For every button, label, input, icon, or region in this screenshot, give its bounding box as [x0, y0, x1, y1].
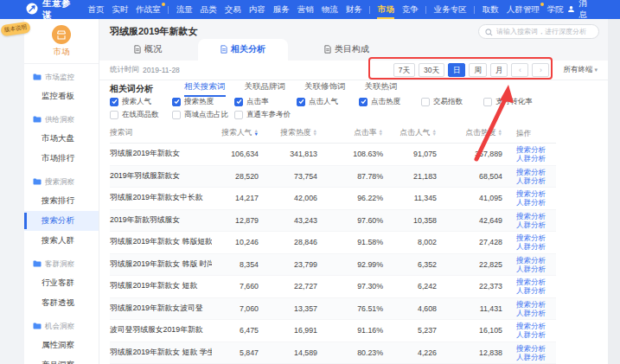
range-button-7d[interactable]: 7天	[393, 63, 415, 77]
nav-item-business-zone[interactable]: 业务专区	[430, 0, 470, 19]
analysis-tab-related-modifier-words[interactable]: 关联修饰词	[304, 81, 346, 97]
folder-icon	[33, 178, 42, 187]
range-button-month[interactable]: 月	[490, 63, 508, 77]
scrollbar-track[interactable]	[608, 19, 620, 364]
tab-overview[interactable]: 概况	[122, 39, 174, 61]
crowd-analysis-link[interactable]: 人群分析	[516, 242, 556, 251]
crowd-analysis-link[interactable]: 人群分析	[516, 330, 556, 339]
metric-checkbox-ztc-ref-price[interactable]: 直通车参考价	[234, 110, 297, 120]
crowd-analysis-link[interactable]: 人群分析	[516, 220, 556, 229]
sidebar-section-header-supply-insight[interactable]: 供给洞察	[24, 112, 99, 129]
crowd-analysis-link[interactable]: 人群分析	[516, 198, 556, 207]
column-header-click-heat[interactable]: 点击热度▲▼	[437, 128, 502, 138]
market-module-icon	[52, 25, 71, 44]
value-cell-search-heat: 73,754	[259, 172, 317, 181]
metric-checkbox-click-popularity[interactable]: 点击人气	[297, 97, 359, 107]
sidebar-section-header-search-insight[interactable]: 搜索洞察	[24, 174, 99, 191]
range-button-30d[interactable]: 30天	[419, 63, 444, 77]
column-header-click-popularity[interactable]: 点击人气▲▼	[383, 128, 437, 138]
sidebar-section-header-market-monitor[interactable]: 市场监控	[24, 69, 99, 86]
search-analysis-link[interactable]: 搜索分析	[516, 344, 556, 353]
nav-item-label: 流量	[176, 4, 193, 14]
search-analysis-link[interactable]: 搜索分析	[516, 168, 556, 176]
nav-item-home[interactable]: 首页	[84, 0, 108, 19]
nav-item-realtime[interactable]: 实时	[108, 0, 132, 19]
checkbox-checked-icon	[297, 98, 305, 106]
document-icon	[134, 45, 141, 54]
analysis-tab-related-search-words[interactable]: 相关搜索词	[184, 81, 226, 97]
sidebar-item-industry-crowd[interactable]: 行业客群	[24, 273, 99, 293]
sidebar-item-crowd-perspective[interactable]: 客群透视	[24, 293, 99, 313]
sidebar-item-monitor-board[interactable]: 监控看板	[24, 86, 99, 106]
metric-checkbox-row-1: 搜索人气搜索热度点击率点击人气点击热度交易指数支付转化率	[99, 96, 608, 107]
sidebar-item-attribute-insight[interactable]: 属性洞察	[24, 335, 99, 355]
nav-item-trade[interactable]: 交易	[221, 0, 245, 19]
search-input[interactable]	[496, 28, 592, 35]
crowd-analysis-link[interactable]: 人群分析	[516, 286, 556, 295]
metric-checkbox-search-popularity[interactable]: 搜索人气	[110, 97, 172, 107]
tab-category-composition[interactable]: 类目构成	[312, 39, 381, 61]
search-analysis-link[interactable]: 搜索分析	[516, 300, 556, 309]
sidebar-section-header-customer-insight[interactable]: 客群洞察	[24, 256, 99, 273]
tab-related-analysis[interactable]: 相关分析	[198, 39, 288, 61]
crowd-analysis-link[interactable]: 人群分析	[516, 265, 556, 273]
search-analysis-link[interactable]: 搜索分析	[516, 322, 556, 330]
terminal-filter-dropdown[interactable]: 所有终端 ▾	[563, 65, 598, 75]
nav-item-market[interactable]: 市场	[374, 0, 398, 19]
value-cell-search-heat: 14,589	[259, 348, 317, 357]
search-analysis-link[interactable]: 搜索分析	[516, 233, 556, 242]
brand[interactable]: 生意参谋	[26, 0, 72, 22]
user-menu[interactable]: 消息	[567, 0, 591, 21]
column-header-click-rate[interactable]: 点击率▲▼	[317, 128, 383, 138]
nav-item-academy[interactable]: 学院	[543, 0, 567, 19]
keyword-search-box[interactable]	[478, 24, 599, 39]
nav-item-category[interactable]: 品类	[196, 0, 221, 19]
search-analysis-link[interactable]: 搜索分析	[516, 278, 556, 286]
nav-item-data-fetch[interactable]: 取数	[478, 0, 502, 19]
nav-item-label: 营销	[297, 4, 314, 14]
user-icon	[567, 5, 575, 15]
sidebar-item-search-analysis[interactable]: 搜索分析	[24, 211, 99, 231]
metric-checkbox-click-rate[interactable]: 点击率	[234, 97, 297, 107]
sidebar-item-market-rank[interactable]: 市场排行	[24, 149, 99, 169]
table-row: 羽绒服2019年新款女106,634341,813108.63%91,07535…	[110, 144, 556, 166]
value-cell-search-heat: 13,357	[259, 304, 317, 313]
analysis-tab-related-hot-words[interactable]: 关联热词	[365, 81, 398, 97]
metric-checkbox-click-heat[interactable]: 点击热度	[359, 97, 421, 107]
nav-item-logistics[interactable]: 物流	[317, 0, 342, 19]
nav-item-marketing[interactable]: 营销	[293, 0, 317, 19]
sidebar-item-product-insight[interactable]: 产品洞察	[24, 355, 99, 364]
crowd-analysis-link[interactable]: 人群分析	[516, 309, 556, 317]
sidebar-item-search-rank[interactable]: 搜索排行	[24, 191, 99, 211]
nav-item-compete[interactable]: 竞争	[398, 0, 422, 19]
column-header-search-popularity[interactable]: 搜索人气▲▼	[212, 128, 259, 138]
metric-checkbox-online-items[interactable]: 在线商品数	[110, 110, 172, 120]
column-header-search-heat[interactable]: 搜索热度▲▼	[259, 128, 317, 138]
nav-item-flow[interactable]: 流量	[172, 0, 196, 19]
range-button-day[interactable]: 日	[448, 63, 466, 77]
crowd-analysis-link[interactable]: 人群分析	[516, 176, 556, 185]
sidebar-item-market-overview[interactable]: 市场大盘	[24, 129, 99, 149]
crowd-analysis-link[interactable]: 人群分析	[516, 154, 556, 163]
search-analysis-link[interactable]: 搜索分析	[516, 145, 556, 154]
crowd-analysis-link[interactable]: 人群分析	[516, 353, 556, 361]
search-analysis-link[interactable]: 搜索分析	[516, 256, 556, 265]
next-period-button[interactable]: ›	[532, 63, 549, 77]
analysis-tab-related-brand-words[interactable]: 关联品牌词	[245, 81, 286, 97]
prev-period-button[interactable]: ‹	[511, 63, 528, 77]
nav-item-content[interactable]: 内容	[245, 0, 269, 19]
range-button-week[interactable]: 周	[469, 63, 487, 77]
search-analysis-link[interactable]: 搜索分析	[516, 212, 556, 220]
sidebar-section-header-opportunity-insight[interactable]: 机会洞察	[24, 318, 99, 335]
nav-item-finance[interactable]: 财务	[342, 0, 366, 19]
nav-item-war-room[interactable]: 作战室	[132, 0, 165, 19]
metric-checkbox-mall-click-share[interactable]: 商城点击占比	[172, 110, 234, 120]
metric-checkbox-pay-conversion[interactable]: 支付转化率	[483, 97, 546, 107]
nav-item-crowd-mgmt[interactable]: 人群管理	[502, 0, 543, 19]
search-analysis-link[interactable]: 搜索分析	[516, 189, 556, 198]
sidebar-item-search-crowd[interactable]: 搜索人群	[24, 231, 99, 251]
metric-checkbox-trade-index[interactable]: 交易指数	[421, 97, 483, 107]
nav-item-service[interactable]: 服务	[269, 0, 293, 19]
action-cell: 搜索分析人群分析	[502, 212, 556, 229]
metric-checkbox-search-heat[interactable]: 搜索热度	[172, 97, 234, 107]
